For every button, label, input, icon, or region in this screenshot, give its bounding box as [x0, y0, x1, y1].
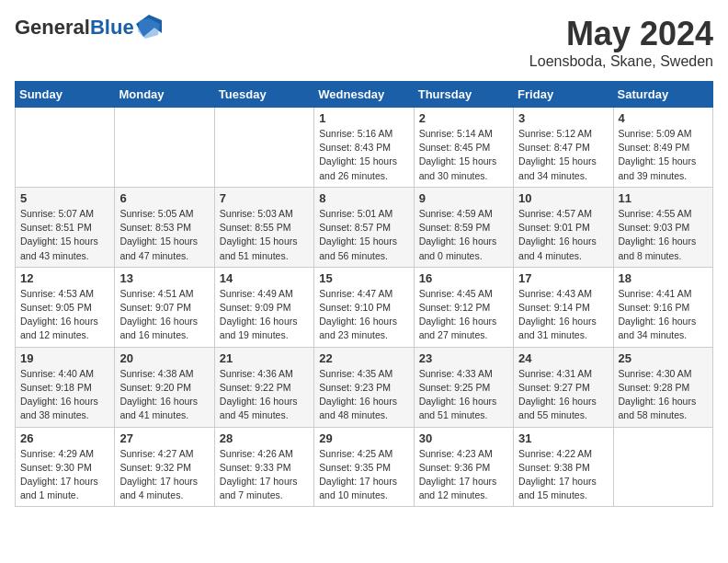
calendar-cell: 11Sunrise: 4:55 AM Sunset: 9:03 PM Dayli…: [613, 187, 712, 267]
day-info: Sunrise: 5:05 AM Sunset: 8:53 PM Dayligh…: [119, 207, 209, 263]
day-info: Sunrise: 5:01 AM Sunset: 8:57 PM Dayligh…: [319, 207, 408, 263]
day-number: 27: [119, 431, 209, 445]
calendar-cell: [613, 427, 712, 507]
logo: GeneralBlue: [15, 15, 162, 40]
calendar-cell: 26Sunrise: 4:29 AM Sunset: 9:30 PM Dayli…: [16, 427, 115, 507]
day-info: Sunrise: 5:09 AM Sunset: 8:49 PM Dayligh…: [619, 127, 708, 183]
day-info: Sunrise: 4:38 AM Sunset: 9:20 PM Dayligh…: [119, 367, 209, 423]
weekday-header-monday: Monday: [115, 82, 214, 108]
day-number: 10: [518, 191, 608, 205]
day-number: 13: [119, 271, 209, 285]
day-number: 30: [419, 431, 508, 445]
day-number: 7: [220, 191, 309, 205]
calendar-cell: 5Sunrise: 5:07 AM Sunset: 8:51 PM Daylig…: [16, 187, 115, 267]
calendar-table: SundayMondayTuesdayWednesdayThursdayFrid…: [15, 81, 713, 507]
calendar-cell: [214, 108, 313, 188]
day-number: 29: [319, 431, 408, 445]
location-title: Loensboda, Skane, Sweden: [529, 53, 713, 70]
day-info: Sunrise: 5:07 AM Sunset: 8:51 PM Dayligh…: [20, 207, 109, 263]
day-number: 9: [419, 191, 508, 205]
day-number: 28: [220, 431, 309, 445]
day-number: 23: [419, 351, 508, 365]
weekday-header-row: SundayMondayTuesdayWednesdayThursdayFrid…: [16, 82, 713, 108]
day-info: Sunrise: 4:43 AM Sunset: 9:14 PM Dayligh…: [518, 287, 608, 343]
day-info: Sunrise: 4:51 AM Sunset: 9:07 PM Dayligh…: [119, 287, 209, 343]
day-info: Sunrise: 4:23 AM Sunset: 9:36 PM Dayligh…: [419, 447, 508, 503]
day-number: 19: [20, 351, 109, 365]
day-number: 31: [518, 431, 608, 445]
day-number: 25: [619, 351, 708, 365]
day-info: Sunrise: 4:35 AM Sunset: 9:23 PM Dayligh…: [319, 367, 408, 423]
day-number: 21: [220, 351, 309, 365]
day-info: Sunrise: 4:31 AM Sunset: 9:27 PM Dayligh…: [518, 367, 608, 423]
day-number: 14: [220, 271, 309, 285]
day-info: Sunrise: 4:45 AM Sunset: 9:12 PM Dayligh…: [419, 287, 508, 343]
day-number: 1: [319, 111, 408, 125]
day-number: 22: [319, 351, 408, 365]
day-number: 26: [20, 431, 109, 445]
calendar-cell: 9Sunrise: 4:59 AM Sunset: 8:59 PM Daylig…: [414, 187, 513, 267]
calendar-cell: 31Sunrise: 4:22 AM Sunset: 9:38 PM Dayli…: [514, 427, 613, 507]
day-info: Sunrise: 4:30 AM Sunset: 9:28 PM Dayligh…: [619, 367, 708, 423]
calendar-cell: 8Sunrise: 5:01 AM Sunset: 8:57 PM Daylig…: [314, 187, 414, 267]
day-info: Sunrise: 5:03 AM Sunset: 8:55 PM Dayligh…: [220, 207, 309, 263]
calendar-cell: 1Sunrise: 5:16 AM Sunset: 8:43 PM Daylig…: [314, 108, 414, 188]
weekday-header-tuesday: Tuesday: [214, 82, 313, 108]
calendar-cell: 16Sunrise: 4:45 AM Sunset: 9:12 PM Dayli…: [414, 267, 513, 347]
day-number: 17: [518, 271, 608, 285]
day-number: 18: [619, 271, 708, 285]
weekday-header-wednesday: Wednesday: [314, 82, 414, 108]
day-number: 8: [319, 191, 408, 205]
day-number: 4: [619, 111, 708, 125]
day-info: Sunrise: 4:49 AM Sunset: 9:09 PM Dayligh…: [220, 287, 309, 343]
day-info: Sunrise: 5:14 AM Sunset: 8:45 PM Dayligh…: [419, 127, 508, 183]
page-header: GeneralBlue May 2024 Loensboda, Skane, S…: [15, 15, 713, 70]
logo-blue-text: Blue: [90, 16, 134, 39]
calendar-cell: 12Sunrise: 4:53 AM Sunset: 9:05 PM Dayli…: [16, 267, 115, 347]
weekday-header-saturday: Saturday: [613, 82, 712, 108]
day-info: Sunrise: 4:29 AM Sunset: 9:30 PM Dayligh…: [20, 447, 109, 503]
day-info: Sunrise: 4:36 AM Sunset: 9:22 PM Dayligh…: [220, 367, 309, 423]
calendar-cell: 15Sunrise: 4:47 AM Sunset: 9:10 PM Dayli…: [314, 267, 414, 347]
day-info: Sunrise: 4:25 AM Sunset: 9:35 PM Dayligh…: [319, 447, 408, 503]
month-title: May 2024: [529, 15, 713, 53]
calendar-cell: 7Sunrise: 5:03 AM Sunset: 8:55 PM Daylig…: [214, 187, 313, 267]
day-info: Sunrise: 4:55 AM Sunset: 9:03 PM Dayligh…: [619, 207, 708, 263]
calendar-cell: 27Sunrise: 4:27 AM Sunset: 9:32 PM Dayli…: [115, 427, 214, 507]
calendar-cell: 14Sunrise: 4:49 AM Sunset: 9:09 PM Dayli…: [214, 267, 313, 347]
calendar-week-row: 26Sunrise: 4:29 AM Sunset: 9:30 PM Dayli…: [16, 427, 713, 507]
day-info: Sunrise: 5:16 AM Sunset: 8:43 PM Dayligh…: [319, 127, 408, 183]
calendar-week-row: 1Sunrise: 5:16 AM Sunset: 8:43 PM Daylig…: [16, 108, 713, 188]
day-number: 6: [119, 191, 209, 205]
calendar-week-row: 12Sunrise: 4:53 AM Sunset: 9:05 PM Dayli…: [16, 267, 713, 347]
calendar-cell: [16, 108, 115, 188]
day-info: Sunrise: 4:59 AM Sunset: 8:59 PM Dayligh…: [419, 207, 508, 263]
title-block: May 2024 Loensboda, Skane, Sweden: [529, 15, 713, 70]
calendar-cell: 6Sunrise: 5:05 AM Sunset: 8:53 PM Daylig…: [115, 187, 214, 267]
calendar-cell: 2Sunrise: 5:14 AM Sunset: 8:45 PM Daylig…: [414, 108, 513, 188]
calendar-cell: 24Sunrise: 4:31 AM Sunset: 9:27 PM Dayli…: [514, 347, 613, 427]
day-info: Sunrise: 4:27 AM Sunset: 9:32 PM Dayligh…: [119, 447, 209, 503]
calendar-cell: 20Sunrise: 4:38 AM Sunset: 9:20 PM Dayli…: [115, 347, 214, 427]
calendar-cell: 29Sunrise: 4:25 AM Sunset: 9:35 PM Dayli…: [314, 427, 414, 507]
day-info: Sunrise: 4:26 AM Sunset: 9:33 PM Dayligh…: [220, 447, 309, 503]
day-number: 12: [20, 271, 109, 285]
calendar-cell: 22Sunrise: 4:35 AM Sunset: 9:23 PM Dayli…: [314, 347, 414, 427]
day-info: Sunrise: 4:33 AM Sunset: 9:25 PM Dayligh…: [419, 367, 508, 423]
day-number: 16: [419, 271, 508, 285]
calendar-cell: 28Sunrise: 4:26 AM Sunset: 9:33 PM Dayli…: [214, 427, 313, 507]
day-info: Sunrise: 4:22 AM Sunset: 9:38 PM Dayligh…: [518, 447, 608, 503]
day-number: 3: [518, 111, 608, 125]
day-number: 11: [619, 191, 708, 205]
calendar-cell: 3Sunrise: 5:12 AM Sunset: 8:47 PM Daylig…: [514, 108, 613, 188]
day-info: Sunrise: 4:41 AM Sunset: 9:16 PM Dayligh…: [619, 287, 708, 343]
day-info: Sunrise: 4:40 AM Sunset: 9:18 PM Dayligh…: [20, 367, 109, 423]
calendar-cell: 10Sunrise: 4:57 AM Sunset: 9:01 PM Dayli…: [514, 187, 613, 267]
calendar-cell: 25Sunrise: 4:30 AM Sunset: 9:28 PM Dayli…: [613, 347, 712, 427]
day-info: Sunrise: 5:12 AM Sunset: 8:47 PM Dayligh…: [518, 127, 608, 183]
weekday-header-sunday: Sunday: [16, 82, 115, 108]
day-number: 20: [119, 351, 209, 365]
logo-icon: [136, 15, 162, 40]
calendar-cell: [115, 108, 214, 188]
weekday-header-thursday: Thursday: [414, 82, 513, 108]
